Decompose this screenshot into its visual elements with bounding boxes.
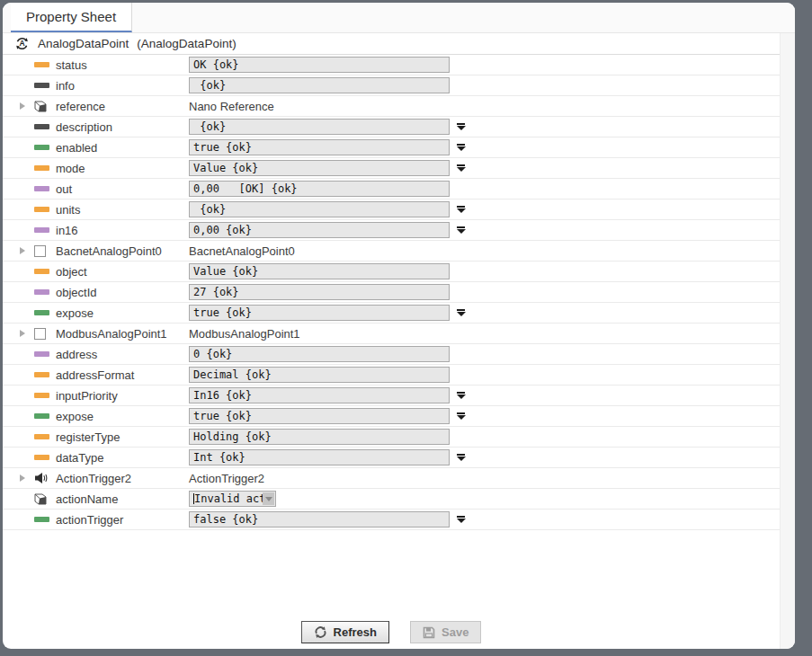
value-field[interactable]: {ok} (189, 119, 450, 135)
property-sheet-window: Property Sheet A AnalogDataPoint (Analog… (3, 3, 795, 649)
cube-icon (34, 100, 47, 112)
property-row: inputPriority In16 {ok} (3, 386, 780, 406)
property-label: ModbusAnalogPoint1 (56, 327, 167, 341)
green-dash-icon (34, 413, 49, 419)
dropdown-icon[interactable] (456, 516, 466, 523)
orange-dash-icon (34, 434, 49, 439)
purple-dash-icon (34, 227, 49, 233)
save-button[interactable]: Save (410, 621, 481, 643)
value-text: BacnetAnalogPoint0 (189, 244, 295, 258)
value-field[interactable]: Value {ok} (189, 160, 450, 176)
cube-icon (34, 492, 47, 505)
value-field[interactable]: OK {ok} (189, 57, 450, 73)
window-frame: Property Sheet A AnalogDataPoint (Analog… (0, 0, 812, 656)
expander-icon[interactable] (20, 247, 34, 254)
property-row-value: true {ok} (189, 139, 466, 155)
value-text: Nano Reference (189, 100, 274, 113)
orange-dash-icon (34, 393, 49, 398)
value-field[interactable]: 0 {ok} (189, 346, 450, 362)
value-field[interactable]: 27 {ok} (189, 284, 450, 300)
component-name: AnalogDataPoint (38, 37, 129, 50)
property-row-value: 0 {ok} (189, 346, 450, 362)
property-row-value: BacnetAnalogPoint0 (189, 244, 295, 258)
dropdown-icon[interactable] (456, 309, 466, 316)
property-row-left: address (3, 348, 189, 361)
square-icon (34, 245, 46, 257)
property-row: out 0,00 [OK] {ok} (3, 179, 780, 199)
property-row-value: 0,00 [OK] {ok} (189, 181, 450, 197)
orange-dash-icon (34, 165, 49, 171)
property-row-value: {ok} (189, 119, 466, 135)
property-row-left: BacnetAnalogPoint0 (3, 244, 189, 258)
property-row-value: 0,00 {ok} (189, 222, 466, 238)
value-field[interactable]: In16 {ok} (189, 387, 450, 403)
refresh-button[interactable]: Refresh (301, 621, 389, 643)
property-label: address (56, 348, 97, 361)
value-field[interactable]: true {ok} (189, 305, 450, 321)
expander-icon[interactable] (20, 330, 34, 337)
property-row-left: actionName (3, 492, 189, 506)
property-row-value: Value {ok} (189, 160, 466, 176)
orange-dash-icon (34, 62, 49, 67)
property-row-left: expose (3, 410, 189, 423)
value-field[interactable]: Int {ok} (189, 449, 450, 465)
action-name-combobox[interactable]: Invalid act (189, 491, 276, 507)
gray-dash-icon (34, 124, 49, 129)
tab-property-sheet[interactable]: Property Sheet (11, 3, 132, 32)
dropdown-icon[interactable] (456, 123, 466, 130)
property-row: in16 0,00 {ok} (3, 220, 780, 241)
property-label: expose (56, 410, 94, 423)
dropdown-icon[interactable] (456, 454, 466, 461)
dropdown-icon[interactable] (456, 392, 466, 399)
property-label: actionTrigger (56, 513, 123, 527)
value-field[interactable]: 0,00 [OK] {ok} (189, 181, 450, 197)
property-row-value: In16 {ok} (189, 387, 466, 403)
property-row: objectId 27 {ok} (3, 282, 780, 303)
property-row: description {ok} (3, 117, 780, 137)
property-row-value: true {ok} (189, 305, 466, 321)
property-label: mode (56, 162, 85, 175)
property-label: inputPriority (56, 389, 118, 403)
property-label: registerType (56, 430, 120, 444)
property-row-value: 27 {ok} (189, 284, 450, 300)
property-row: actionName Invalid act (3, 489, 780, 510)
dropdown-icon[interactable] (456, 144, 466, 151)
property-row: addressFormat Decimal {ok} (3, 365, 780, 386)
value-field[interactable]: {ok} (189, 77, 450, 93)
property-label: dataType (56, 451, 104, 465)
combo-value: Invalid act (194, 492, 265, 505)
value-field[interactable]: Value {ok} (189, 263, 450, 279)
value-field[interactable]: {ok} (189, 201, 450, 217)
scrollbar-track[interactable] (780, 33, 795, 649)
dropdown-icon[interactable] (456, 412, 466, 420)
property-row-value: false {ok} (189, 511, 466, 527)
value-field[interactable]: 0,00 {ok} (189, 222, 450, 238)
value-field[interactable]: Decimal {ok} (189, 367, 450, 383)
dropdown-icon[interactable] (456, 226, 466, 234)
tab-bar: Property Sheet (3, 3, 795, 33)
tab-label: Property Sheet (26, 9, 116, 24)
value-field[interactable]: true {ok} (189, 408, 450, 424)
property-row-left: objectId (3, 286, 189, 299)
dropdown-icon[interactable] (456, 206, 466, 213)
property-row: mode Value {ok} (3, 158, 780, 179)
property-row-value: Decimal {ok} (189, 367, 450, 383)
green-dash-icon (34, 517, 49, 522)
combo-dropdown-button[interactable] (263, 492, 274, 505)
property-label: info (56, 79, 75, 93)
property-row-value: true {ok} (189, 408, 466, 424)
value-field[interactable]: true {ok} (189, 139, 450, 155)
property-row-left: description (3, 120, 189, 134)
value-field[interactable]: false {ok} (189, 511, 450, 527)
value-field[interactable]: Holding {ok} (189, 429, 450, 445)
property-row: expose true {ok} (3, 303, 780, 324)
expander-icon[interactable] (20, 474, 34, 482)
gray-dash-icon (34, 83, 49, 88)
chevron-down-icon (265, 497, 272, 501)
property-row: info {ok} (3, 75, 780, 96)
property-label: status (56, 58, 87, 72)
property-row-value: ModbusAnalogPoint1 (189, 327, 300, 341)
property-label: addressFormat (56, 368, 134, 382)
dropdown-icon[interactable] (456, 164, 466, 172)
expander-icon[interactable] (20, 102, 34, 110)
